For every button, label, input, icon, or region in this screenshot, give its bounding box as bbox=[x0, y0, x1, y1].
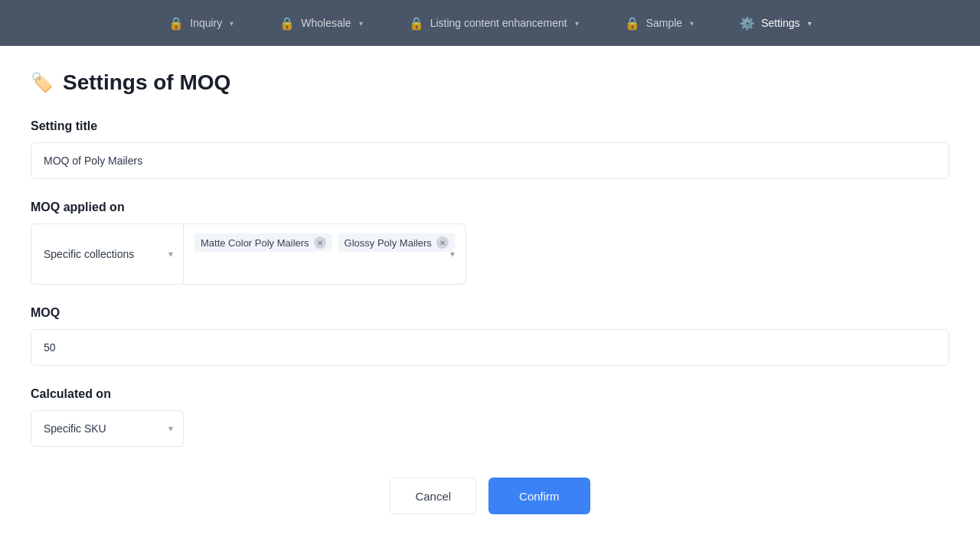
calculated-select-wrapper: Specific SKU All SKUs ▾ bbox=[31, 410, 184, 447]
sample-chevron-icon: ▾ bbox=[690, 19, 694, 28]
confirm-button[interactable]: Confirm bbox=[488, 478, 590, 514]
listing-lock-icon: 🔒 bbox=[409, 16, 424, 31]
page-title: Settings of MOQ bbox=[63, 70, 230, 95]
tag-matte-label: Matte Color Poly Mailers bbox=[201, 237, 309, 249]
nav-label-listing: Listing content enhancement bbox=[430, 17, 567, 29]
moq-input[interactable] bbox=[31, 329, 949, 366]
calculated-dropdown[interactable]: Specific SKU All SKUs bbox=[31, 410, 184, 447]
listing-chevron-icon: ▾ bbox=[575, 19, 579, 28]
tag-matte-remove[interactable]: ✕ bbox=[314, 236, 326, 249]
nav-item-listing[interactable]: 🔒 Listing content enhancement ▾ bbox=[401, 11, 586, 35]
moq-label: MOQ bbox=[31, 306, 949, 320]
tags-container: Matte Color Poly Mailers ✕ Glossy Poly M… bbox=[184, 223, 466, 285]
tags-chevron-icon: ▾ bbox=[450, 249, 455, 259]
tag-glossy-label: Glossy Poly Mailers bbox=[345, 237, 432, 249]
setting-title-section: Setting title bbox=[31, 119, 949, 179]
nav-item-sample[interactable]: 🔒 Sample ▾ bbox=[617, 11, 701, 35]
wholesale-chevron-icon: ▾ bbox=[359, 19, 363, 28]
collections-dropdown[interactable]: All products Specific collections Specif… bbox=[31, 223, 184, 285]
wholesale-lock-icon: 🔒 bbox=[279, 16, 295, 31]
tag-glossy-remove[interactable]: ✕ bbox=[436, 236, 449, 249]
nav-item-settings[interactable]: ⚙️ Settings ▾ bbox=[732, 11, 819, 35]
nav-label-wholesale: Wholesale bbox=[301, 17, 351, 29]
page-title-wrapper: 🏷️ Settings of MOQ bbox=[31, 70, 949, 95]
setting-title-input[interactable] bbox=[31, 142, 949, 179]
sample-lock-icon: 🔒 bbox=[625, 16, 640, 31]
top-navigation: 🔒 Inquiry ▾ 🔒 Wholesale ▾ 🔒 Listing cont… bbox=[0, 0, 980, 46]
moq-applied-row: All products Specific collections Specif… bbox=[31, 223, 949, 285]
nav-item-inquiry[interactable]: 🔒 Inquiry ▾ bbox=[161, 11, 241, 35]
inquiry-chevron-icon: ▾ bbox=[230, 19, 234, 28]
calculated-section: Calculated on Specific SKU All SKUs ▾ bbox=[31, 387, 949, 447]
moq-applied-label: MOQ applied on bbox=[31, 201, 949, 214]
nav-label-settings: Settings bbox=[761, 17, 800, 29]
nav-item-wholesale[interactable]: 🔒 Wholesale ▾ bbox=[272, 11, 370, 35]
settings-chevron-icon: ▾ bbox=[808, 19, 812, 28]
inquiry-lock-icon: 🔒 bbox=[168, 16, 184, 31]
nav-label-sample: Sample bbox=[646, 17, 682, 29]
tag-matte: Matte Color Poly Mailers ✕ bbox=[194, 233, 332, 252]
moq-section: MOQ bbox=[31, 306, 949, 366]
page-title-icon: 🏷️ bbox=[31, 72, 54, 93]
collections-select-wrapper: All products Specific collections Specif… bbox=[31, 223, 184, 285]
settings-gear-icon: ⚙️ bbox=[740, 16, 755, 31]
cancel-button[interactable]: Cancel bbox=[390, 478, 476, 514]
nav-label-inquiry: Inquiry bbox=[190, 17, 222, 29]
calculated-label: Calculated on bbox=[31, 387, 949, 401]
actions-row: Cancel Confirm bbox=[31, 478, 949, 514]
moq-applied-section: MOQ applied on All products Specific col… bbox=[31, 201, 949, 285]
setting-title-label: Setting title bbox=[31, 119, 949, 133]
tag-glossy: Glossy Poly Mailers ✕ bbox=[338, 233, 455, 252]
main-content: 🏷️ Settings of MOQ Setting title MOQ app… bbox=[0, 46, 980, 539]
